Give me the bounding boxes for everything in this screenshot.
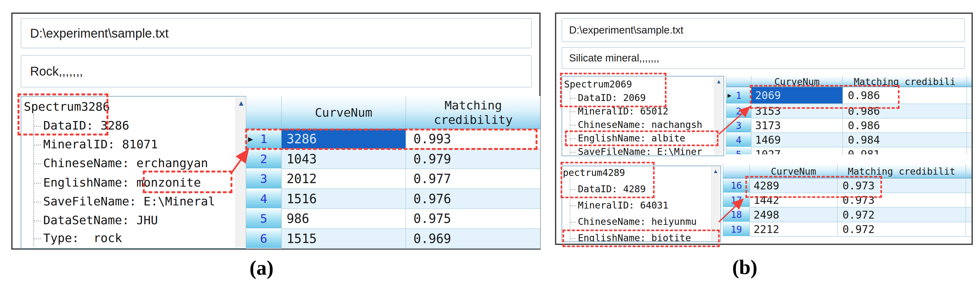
column-header-rownum[interactable] — [246, 96, 282, 129]
column-header-matching[interactable]: Matchingcredibility — [406, 96, 540, 129]
file-path-text-b: D:\experiment\sample.txt — [569, 24, 683, 36]
sample-type-text-b: Silicate mineral,,,,,,, — [569, 52, 659, 64]
curvenum-cell[interactable]: 1043 — [282, 149, 406, 169]
credibility-cell[interactable]: 0.984 — [843, 133, 967, 147]
credibility-cell[interactable]: 0.979 — [406, 149, 540, 169]
extra-column-sliver — [967, 147, 972, 154]
credibility-cell[interactable]: 0.986 — [843, 118, 967, 133]
credibility-cell[interactable]: 0.975 — [406, 209, 540, 229]
table-row[interactable]: 3 3173 0.986 — [726, 118, 972, 133]
extra-column-sliver — [966, 193, 972, 208]
table-row[interactable]: 5 1027 0.981 — [726, 147, 972, 154]
file-path-text-a: D:\experiment\sample.txt — [30, 26, 169, 40]
column-header-rownum[interactable] — [726, 76, 751, 87]
tree-connector — [570, 152, 575, 153]
table-row[interactable]: 3 2012 0.977 — [246, 169, 540, 189]
extra-column-sliver — [967, 104, 972, 118]
tree-connector — [34, 238, 41, 239]
tree-node-datasetname[interactable]: DataSetName: JHU — [34, 213, 158, 228]
credibility-cell[interactable]: 0.976 — [406, 189, 540, 209]
table-header-a: CurveNum Matchingcredibility — [246, 96, 540, 129]
extra-column-sliver — [967, 87, 972, 104]
credibility-cell[interactable]: 0.969 — [406, 229, 540, 249]
tree-node-savefilename[interactable]: SaveFileName: E:\Mineral — [34, 194, 215, 209]
tree-connector — [34, 145, 41, 145]
subfigure-label-b: (b) — [713, 255, 776, 279]
sample-type-text-a: Rock,,,,,,, — [30, 64, 83, 78]
row-number-cell[interactable]: 2 — [246, 149, 282, 169]
tree-scrollbar-a[interactable]: ▲ — [235, 97, 247, 247]
extra-column-sliver — [966, 222, 972, 237]
column-header-curvenum[interactable]: CurveNum — [282, 96, 406, 129]
table-row[interactable]: 5 986 0.975 — [246, 209, 540, 229]
row-number-cell[interactable]: 5 — [246, 209, 282, 229]
tree-node-type[interactable]: Type: rock — [34, 230, 122, 246]
credibility-cell[interactable]: 0.972 — [837, 222, 966, 237]
file-path-input-b[interactable]: D:\experiment\sample.txt — [562, 18, 965, 42]
tree-connector — [570, 125, 575, 126]
table-row[interactable]: 4 1516 0.976 — [246, 189, 540, 209]
subfigure-label-a: (a) — [230, 256, 293, 280]
table-row[interactable]: 2 1043 0.979 — [246, 149, 540, 169]
tree-connector — [570, 222, 575, 223]
row-number-cell[interactable]: 19 — [723, 222, 750, 237]
annotation-box-row1-b — [750, 85, 899, 109]
curvenum-cell[interactable]: 1469 — [751, 133, 843, 147]
scroll-up-icon[interactable]: ▲ — [711, 168, 720, 175]
tree-connector — [34, 201, 41, 203]
scroll-up-icon[interactable]: ▲ — [236, 99, 247, 107]
extra-column-sliver — [967, 133, 972, 147]
annotation-box-albite — [565, 131, 719, 146]
annotation-box-biotite — [563, 230, 720, 247]
tree-connector — [34, 183, 41, 184]
tree-connector — [34, 220, 41, 221]
file-path-input-a[interactable]: D:\experiment\sample.txt — [21, 18, 532, 48]
annotation-box-spectrum-a — [18, 93, 108, 136]
curvenum-cell[interactable]: 2212 — [750, 222, 837, 237]
extra-column-sliver — [966, 179, 972, 193]
sample-type-input-b[interactable]: Silicate mineral,,,,,,, — [562, 47, 965, 69]
table-row[interactable]: 19 2212 0.972 — [723, 222, 972, 237]
tree-node-chinesename[interactable]: ChineseName: erchangyan — [34, 155, 208, 171]
tree-connector — [570, 205, 575, 206]
curvenum-cell[interactable]: 1515 — [282, 229, 406, 249]
tree-connector — [34, 163, 41, 164]
tree-node-chinesename[interactable]: ChineseName: heiyunmu — [570, 216, 697, 228]
row-number-cell[interactable]: 3 — [726, 118, 751, 133]
annotation-box-row16-b — [745, 176, 882, 198]
curvenum-cell[interactable]: 1027 — [751, 147, 843, 154]
tree-connector — [570, 111, 575, 112]
figure-canvas: D:\experiment\sample.txt Rock,,,,,,, Spe… — [0, 0, 980, 286]
credibility-cell[interactable]: 0.972 — [837, 208, 966, 222]
credibility-cell[interactable]: 0.977 — [406, 169, 540, 189]
row-number-cell[interactable]: 4 — [246, 189, 282, 209]
row-number-cell[interactable]: 3 — [246, 169, 282, 189]
tree-node-mineralid[interactable]: MineralID: 64031 — [570, 200, 668, 211]
row-number-cell[interactable]: ▶ 1 — [726, 87, 751, 104]
row-number-cell[interactable]: 18 — [723, 208, 750, 222]
table-row[interactable]: 18 2498 0.972 — [723, 208, 972, 222]
curvenum-cell[interactable]: 3173 — [751, 118, 843, 133]
table-row[interactable]: 6 1515 0.969 — [246, 229, 540, 249]
row-marker-icon: ▶ — [727, 91, 731, 99]
table-row[interactable]: 4 1469 0.984 — [726, 133, 972, 147]
row-number-cell[interactable]: 4 — [726, 133, 751, 147]
match-table-b-bottom: CurveNum Matching credibilit 16 4289 0.9… — [723, 164, 972, 237]
curvenum-cell[interactable]: 2012 — [282, 169, 406, 189]
curvenum-cell[interactable]: 1516 — [282, 189, 406, 209]
tree-node-chinesename[interactable]: ChineseName: nachangsh — [570, 119, 702, 131]
annotation-box-row1-a — [245, 129, 538, 150]
row-number-cell[interactable]: 5 — [726, 147, 751, 154]
tree-node-mineralid[interactable]: MineralID: 81071 — [34, 137, 158, 152]
row-number-cell[interactable]: 2 — [726, 104, 751, 118]
credibility-cell[interactable]: 0.981 — [843, 147, 967, 154]
scroll-up-icon[interactable]: ▲ — [715, 78, 723, 85]
curvenum-cell[interactable]: 2498 — [750, 208, 837, 222]
tree-node-savefilename[interactable]: SaveFileName: E:\Miner — [570, 146, 702, 156]
curvenum-cell[interactable]: 986 — [282, 209, 406, 229]
extra-column-sliver — [967, 118, 972, 133]
match-table-a: CurveNum Matchingcredibility ▶ 1 3286 0.… — [246, 96, 540, 249]
sample-type-input-a[interactable]: Rock,,,,,,, — [21, 55, 532, 88]
row-number-cell[interactable]: 6 — [246, 229, 282, 249]
annotation-box-spectrum-b-top — [560, 73, 667, 107]
